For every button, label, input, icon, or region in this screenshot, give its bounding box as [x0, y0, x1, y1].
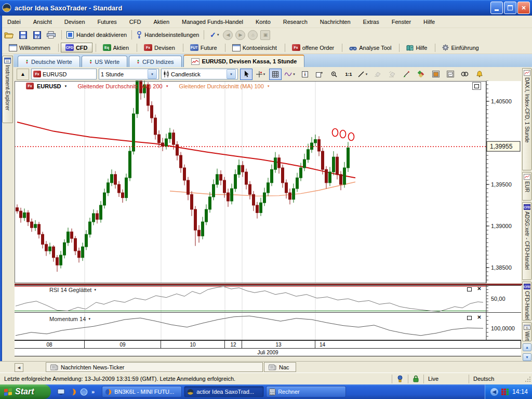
legend-ma200[interactable]: Gleitender Durchschnitt (MA) 200: [77, 83, 162, 89]
time-axis-cell: 08: [15, 341, 85, 348]
module-kontoeinsicht[interactable]: Kontoeinsicht: [228, 43, 282, 53]
crosshair-tool-button[interactable]: ▼: [255, 69, 267, 80]
indicator-tool-button[interactable]: ▼: [284, 69, 297, 80]
rsi-close-icon[interactable]: ✕: [476, 286, 483, 291]
task-rechner[interactable]: Rechner: [266, 386, 346, 397]
zoom-in-button[interactable]: [328, 69, 340, 80]
menu-futures[interactable]: Futures: [98, 19, 117, 25]
tray-chevron-icon[interactable]: ◀: [490, 388, 498, 396]
instrument-input[interactable]: Fx EURUSD: [31, 69, 97, 79]
module-willkommen[interactable]: Willkommen: [4, 43, 55, 53]
save-button[interactable]: [17, 30, 29, 40]
news-tab-2[interactable]: Nac: [264, 362, 296, 372]
dock-tab-daxi[interactable]: DAX.I, Index-CFD, 1 Stunde: [522, 68, 532, 170]
dock-collapse-icon[interactable]: ◀: [15, 363, 23, 372]
legend-ma100[interactable]: Gleitender Durchschnitt (MA) 100: [179, 83, 264, 89]
info-tool-button[interactable]: i: [299, 69, 311, 80]
momentum-panel-label[interactable]: Momentum 14▼: [49, 316, 91, 322]
fit-scale-button[interactable]: [401, 69, 413, 80]
print-button[interactable]: [45, 30, 57, 40]
close-button[interactable]: ✕: [517, 2, 530, 14]
chevron-down-icon[interactable]: ▼: [227, 69, 236, 79]
link-charts-button[interactable]: [459, 69, 471, 80]
time-axis-cell: 09: [85, 341, 161, 348]
legend-instrument[interactable]: EURUSD: [37, 83, 61, 89]
title-bar[interactable]: actior Idea SaxoTrader - Standard ✕: [0, 0, 532, 16]
period-select[interactable]: 1 Stunde ▼: [99, 69, 159, 79]
back-icon[interactable]: ◀: [223, 30, 233, 40]
home-icon[interactable]: ⌂: [248, 30, 258, 40]
forward-icon[interactable]: ▶: [235, 30, 245, 40]
window-up-icon[interactable]: ▣: [260, 30, 270, 40]
show-desktop-icon[interactable]: [57, 388, 65, 396]
tab-eurusd-chart-active[interactable]: EURUSD, Devisen Kassa, 1 Stunde: [183, 55, 305, 67]
firefox-icon[interactable]: [69, 388, 76, 396]
dock-tab-wirtschaftskalender[interactable]: 31 Wirt: [522, 322, 532, 342]
dock-tab-cfd-handel[interactable]: CFD CFD-Handel: [522, 282, 532, 321]
price-chart[interactable]: 1,405001,395001,390001,385001,39955: [15, 81, 522, 284]
dock-tab-adsg[interactable]: CFD ADSG:xetr - CFD-Handel: [522, 202, 532, 280]
momentum-close-icon[interactable]: ✕: [476, 314, 483, 320]
menu-fenster[interactable]: Fenster: [392, 19, 411, 25]
tab-us-werte[interactable]: ▲▼ US Werte: [82, 56, 127, 67]
dock-scroll-down-icon[interactable]: ▼: [523, 353, 531, 361]
chart-maximize-button[interactable]: [472, 82, 481, 90]
add-chart-window-button[interactable]: [313, 69, 326, 80]
dock-tab-eur[interactable]: EUR: [522, 172, 532, 201]
momentum-maximize-button[interactable]: [466, 315, 473, 321]
menu-research[interactable]: Research: [283, 19, 308, 25]
collapse-panel-button[interactable]: ▲: [17, 69, 29, 80]
one-to-one-button[interactable]: 1:1: [342, 69, 355, 80]
tab-cfd-indizes[interactable]: ▲▼ CFD Indizes: [129, 56, 181, 67]
grid-toggle-button[interactable]: [269, 69, 282, 80]
menu-extras[interactable]: Extras: [363, 19, 379, 25]
handelseinstellungen-label[interactable]: Handelseinstellungen: [144, 32, 199, 38]
confirm-check-button[interactable]: ✓▼: [209, 30, 220, 40]
connection-status-icon[interactable]: [501, 389, 509, 395]
module-analyse-tool[interactable]: Analyse Tool: [344, 43, 396, 52]
chart-template-save-button[interactable]: [430, 69, 442, 80]
menu-konto[interactable]: Konto: [256, 19, 271, 25]
module-offene-order[interactable]: Fx offene Order: [287, 43, 339, 52]
module-future[interactable]: FUT Future: [185, 43, 222, 52]
open-button[interactable]: [3, 30, 15, 40]
candlestick-chart-svg[interactable]: 1,405001,395001,390001,385001,39955: [15, 81, 522, 284]
rsi-panel-label[interactable]: RSI 14 Geglättet▼: [49, 287, 97, 293]
key-icon[interactable]: [137, 31, 142, 39]
instrument-explorer-tab[interactable]: Instrument-Explorer: [2, 56, 13, 123]
menu-hilfe[interactable]: Hilfe: [423, 19, 435, 25]
tab-deutsche-werte[interactable]: ▲▼ Deutsche Werte: [18, 56, 80, 67]
module-hilfe[interactable]: ? Hilfe: [402, 43, 432, 52]
pointer-tool-button[interactable]: [240, 69, 252, 80]
chart-template-apply-button[interactable]: [444, 69, 457, 80]
studies-colors-button[interactable]: [415, 69, 428, 80]
menu-aktien[interactable]: Aktien: [153, 19, 169, 25]
resize-grip[interactable]: [524, 376, 531, 382]
price-alert-button[interactable]: [473, 69, 486, 80]
menu-nachrichten[interactable]: Nachrichten: [320, 19, 351, 25]
start-button[interactable]: Start: [0, 384, 51, 399]
module-einfuehrung[interactable]: Einführung: [437, 43, 483, 52]
quick-launch-overflow-icon[interactable]: »: [91, 389, 95, 395]
task-saxotrader-active[interactable]: actior Idea SaxoTrad...: [184, 386, 264, 397]
restore-button[interactable]: [504, 2, 516, 14]
news-ticker-tab[interactable]: Nachrichten News-Ticker: [46, 362, 263, 372]
trendline-tool-button[interactable]: ▼: [357, 69, 369, 80]
internet-explorer-icon[interactable]: [80, 388, 88, 396]
handel-deaktivieren-checkbox[interactable]: [66, 31, 74, 38]
save-as-button[interactable]: ?: [31, 30, 43, 40]
menu-devisen[interactable]: Devisen: [64, 19, 85, 25]
module-aktien[interactable]: Eq Aktien: [98, 43, 134, 52]
dock-scroll-up-icon[interactable]: ▲: [523, 343, 531, 351]
menu-datei[interactable]: Datei: [7, 19, 21, 25]
rsi-maximize-button[interactable]: [466, 286, 473, 292]
menu-ansicht[interactable]: Ansicht: [33, 19, 52, 25]
chevron-down-icon[interactable]: ▼: [148, 69, 157, 79]
task-bn3k6l[interactable]: BN3K6L - MINI FUTU...: [102, 386, 182, 397]
menu-managed-funds[interactable]: Managed Funds-Handel: [182, 19, 243, 25]
module-cfd-active[interactable]: CFD CFD: [61, 43, 92, 52]
chart-type-select[interactable]: Candlestick ▼: [161, 69, 238, 79]
minimize-button[interactable]: [490, 2, 503, 14]
module-devisen[interactable]: Fx Devisen: [139, 43, 180, 52]
menu-cfd[interactable]: CFD: [129, 19, 141, 25]
